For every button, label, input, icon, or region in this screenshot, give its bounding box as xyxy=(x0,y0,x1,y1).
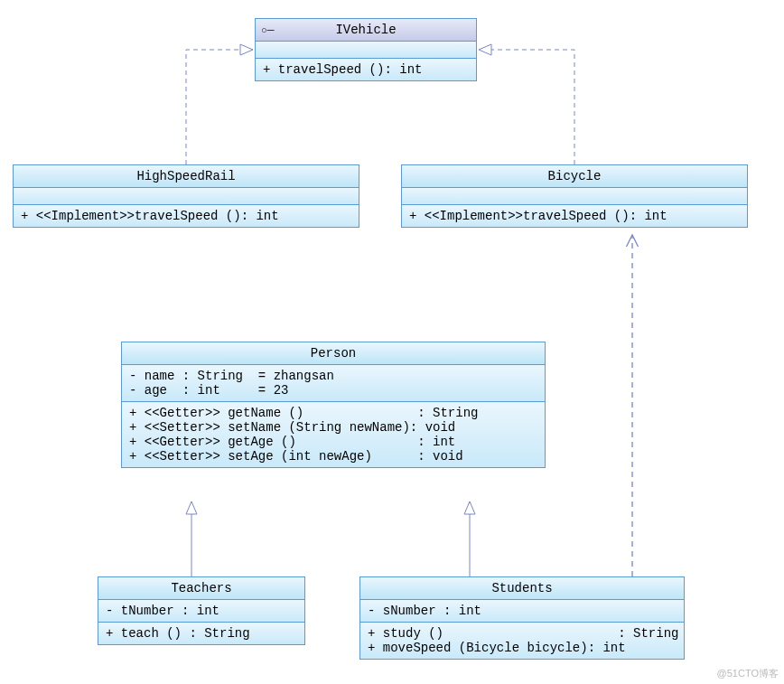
class-operations-section: + <<Implement>>travelSpeed (): int xyxy=(14,205,359,227)
class-attributes-section: - sNumber : int xyxy=(360,600,684,623)
class-name: Bicycle xyxy=(548,169,602,183)
class-name: HighSpeedRail xyxy=(136,169,235,183)
operation: + <<Implement>>travelSpeed (): int xyxy=(409,209,740,223)
operation: + study () : String xyxy=(368,626,677,641)
class-attributes-section xyxy=(402,188,747,205)
operation: + <<Implement>>travelSpeed (): int xyxy=(21,209,351,223)
operation: + <<Getter>> getAge () : int xyxy=(129,435,537,449)
operation: + <<Setter>> setName (String newName): v… xyxy=(129,420,537,435)
attribute: - age : int = 23 xyxy=(129,383,537,398)
class-highspeedrail: HighSpeedRail + <<Implement>>travelSpeed… xyxy=(13,164,359,228)
interface-operations-section: + travelSpeed (): int xyxy=(256,59,476,80)
class-name: Person xyxy=(311,346,356,361)
watermark: @51CTO博客 xyxy=(717,667,779,680)
class-name: Students xyxy=(491,581,552,595)
class-teachers: Teachers - tNumber : int + teach () : St… xyxy=(98,576,305,645)
realization-bicycle-ivehicle xyxy=(479,50,574,164)
operation: + <<Setter>> setAge (int newAge) : void xyxy=(129,449,537,464)
attribute: - tNumber : int xyxy=(106,604,297,618)
interface-ivehicle: ○─ IVehicle + travelSpeed (): int xyxy=(255,18,477,81)
class-title-row: Students xyxy=(360,577,684,600)
class-title-row: Bicycle xyxy=(402,165,747,188)
class-title-row: HighSpeedRail xyxy=(14,165,359,188)
attribute: - sNumber : int xyxy=(368,604,677,618)
class-operations-section: + study () : String + moveSpeed (Bicycle… xyxy=(360,623,684,659)
class-person: Person - name : String = zhangsan - age … xyxy=(121,342,546,468)
class-students: Students - sNumber : int + study () : St… xyxy=(359,576,685,660)
class-title-row: Teachers xyxy=(98,577,304,600)
class-bicycle: Bicycle + <<Implement>>travelSpeed (): i… xyxy=(401,164,748,228)
interface-attributes-section xyxy=(256,42,476,59)
interface-title-row: ○─ IVehicle xyxy=(256,19,476,42)
interface-name: IVehicle xyxy=(335,23,396,37)
attribute: - name : String = zhangsan xyxy=(129,369,537,383)
class-attributes-section: - tNumber : int xyxy=(98,600,304,623)
realization-hsr-ivehicle xyxy=(186,50,253,164)
class-title-row: Person xyxy=(122,342,545,365)
class-attributes-section xyxy=(14,188,359,205)
operation: + <<Getter>> getName () : String xyxy=(129,406,537,420)
class-name: Teachers xyxy=(171,581,231,595)
interface-lollipop-icon: ○─ xyxy=(261,24,274,35)
operation: + travelSpeed (): int xyxy=(263,62,469,77)
class-attributes-section: - name : String = zhangsan - age : int =… xyxy=(122,365,545,402)
operation: + teach () : String xyxy=(106,626,297,641)
class-operations-section: + teach () : String xyxy=(98,623,304,644)
class-operations-section: + <<Implement>>travelSpeed (): int xyxy=(402,205,747,227)
class-operations-section: + <<Getter>> getName () : String + <<Set… xyxy=(122,402,545,467)
operation: + moveSpeed (Bicycle bicycle): int xyxy=(368,641,677,655)
